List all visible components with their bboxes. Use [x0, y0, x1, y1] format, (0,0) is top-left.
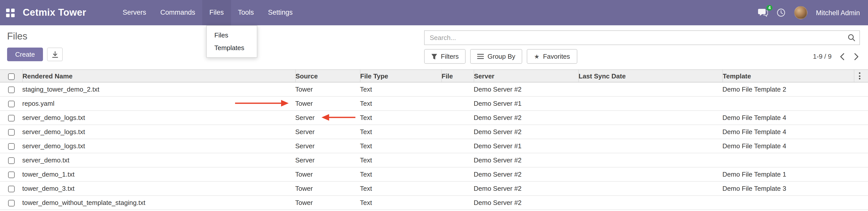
cell-last-sync-date[interactable]: [578, 139, 722, 153]
menu-tools[interactable]: Tools: [231, 0, 261, 25]
user-name[interactable]: Mitchell Admin: [816, 9, 860, 17]
cell-rendered-name[interactable]: server_demo_logs.txt: [22, 139, 295, 153]
cell-source[interactable]: Tower: [295, 96, 360, 111]
cell-file-type[interactable]: Text: [360, 125, 441, 139]
cell-file-type[interactable]: Text: [360, 111, 441, 125]
cell-file-type[interactable]: Text: [360, 167, 441, 181]
cell-file[interactable]: [441, 181, 474, 195]
cell-source[interactable]: Server: [295, 111, 360, 125]
cell-source[interactable]: Server: [295, 125, 360, 139]
table-row[interactable]: server_demo_logs.txtServerTextDemo Serve…: [0, 139, 868, 153]
cell-template[interactable]: Demo File Template 3: [722, 181, 854, 195]
search-input[interactable]: [424, 30, 860, 45]
cell-rendered-name[interactable]: tower_demo_without_template_staging.txt: [22, 195, 295, 210]
search-icon[interactable]: [848, 34, 855, 41]
cell-file-type[interactable]: Text: [360, 195, 441, 210]
cell-server[interactable]: Demo Server #2: [474, 167, 578, 181]
cell-rendered-name[interactable]: tower_demo_1.txt: [22, 167, 295, 181]
menu-files[interactable]: Files: [202, 0, 231, 25]
table-row[interactable]: staging_tower_demo_2.txtTowerTextDemo Se…: [0, 82, 868, 96]
cell-rendered-name[interactable]: tower_demo_3.txt: [22, 181, 295, 195]
cell-server[interactable]: Demo Server #2: [474, 153, 578, 167]
column-header-file-type[interactable]: File Type: [360, 69, 441, 82]
column-header-server[interactable]: Server: [474, 69, 578, 82]
cell-template[interactable]: Demo File Template 2: [722, 82, 854, 96]
table-row[interactable]: tower_demo_1.txtTowerTextDemo Server #2D…: [0, 167, 868, 181]
column-header-last-sync-date[interactable]: Last Sync Date: [578, 69, 722, 82]
cell-source[interactable]: Server: [295, 153, 360, 167]
pager-next-button[interactable]: [853, 52, 860, 61]
cell-template[interactable]: Demo File Template 4: [722, 111, 854, 125]
cell-file[interactable]: [441, 167, 474, 181]
row-checkbox[interactable]: [8, 143, 15, 150]
cell-server[interactable]: Demo Server #1: [474, 139, 578, 153]
row-checkbox[interactable]: [8, 129, 15, 135]
cell-template[interactable]: Demo File Template 1: [722, 167, 854, 181]
cell-server[interactable]: Demo Server #2: [474, 125, 578, 139]
activities-clock-icon[interactable]: [776, 8, 785, 17]
row-checkbox[interactable]: [8, 157, 15, 164]
cell-last-sync-date[interactable]: [578, 125, 722, 139]
menu-servers[interactable]: Servers: [116, 0, 153, 25]
column-header-file[interactable]: File: [441, 69, 474, 82]
user-avatar[interactable]: [794, 6, 807, 19]
cell-server[interactable]: Demo Server #2: [474, 181, 578, 195]
cell-last-sync-date[interactable]: [578, 96, 722, 111]
table-row[interactable]: tower_demo_3.txtTowerTextDemo Server #2D…: [0, 181, 868, 195]
cell-source[interactable]: Tower: [295, 82, 360, 96]
cell-last-sync-date[interactable]: [578, 195, 722, 210]
create-button[interactable]: Create: [7, 48, 43, 61]
cell-file-type[interactable]: Text: [360, 82, 441, 96]
row-checkbox[interactable]: [8, 186, 15, 192]
cell-template[interactable]: Demo File Template 4: [722, 125, 854, 139]
cell-last-sync-date[interactable]: [578, 82, 722, 96]
app-title[interactable]: Cetmix Tower: [23, 7, 86, 18]
pager-previous-button[interactable]: [839, 52, 846, 61]
table-row[interactable]: repos.yamlTowerTextDemo Server #1: [0, 96, 868, 111]
cell-server[interactable]: Demo Server #1: [474, 96, 578, 111]
row-checkbox[interactable]: [8, 200, 15, 206]
row-checkbox[interactable]: [8, 172, 15, 178]
dropdown-item-files[interactable]: Files: [207, 29, 257, 41]
cell-last-sync-date[interactable]: [578, 111, 722, 125]
cell-source[interactable]: Tower: [295, 181, 360, 195]
cell-file[interactable]: [441, 82, 474, 96]
group-by-button[interactable]: Group By: [470, 49, 523, 64]
cell-file[interactable]: [441, 111, 474, 125]
cell-file[interactable]: [441, 96, 474, 111]
cell-file-type[interactable]: Text: [360, 139, 441, 153]
select-all-checkbox[interactable]: [8, 73, 15, 80]
cell-source[interactable]: Tower: [295, 167, 360, 181]
optional-columns-icon[interactable]: [854, 72, 865, 80]
column-header-rendered-name[interactable]: Rendered Name: [22, 69, 295, 82]
cell-rendered-name[interactable]: repos.yaml: [22, 96, 295, 111]
favorites-button[interactable]: ★ Favorites: [527, 49, 577, 64]
cell-server[interactable]: Demo Server #2: [474, 195, 578, 210]
cell-template[interactable]: [722, 96, 854, 111]
cell-last-sync-date[interactable]: [578, 167, 722, 181]
cell-server[interactable]: Demo Server #2: [474, 82, 578, 96]
table-row[interactable]: server_demo_logs.txtServerTextDemo Serve…: [0, 111, 868, 125]
row-checkbox[interactable]: [8, 87, 15, 93]
cell-file[interactable]: [441, 139, 474, 153]
cell-rendered-name[interactable]: server_demo_logs.txt: [22, 111, 295, 125]
cell-template[interactable]: Demo File Template 4: [722, 139, 854, 153]
column-header-template[interactable]: Template: [722, 69, 854, 82]
menu-commands[interactable]: Commands: [153, 0, 202, 25]
dropdown-item-templates[interactable]: Templates: [207, 41, 257, 54]
table-row[interactable]: server_demo_logs.txtServerTextDemo Serve…: [0, 125, 868, 139]
cell-file[interactable]: [441, 153, 474, 167]
menu-settings[interactable]: Settings: [261, 0, 300, 25]
cell-file[interactable]: [441, 195, 474, 210]
filters-button[interactable]: Filters: [424, 49, 466, 64]
cell-rendered-name[interactable]: staging_tower_demo_2.txt: [22, 82, 295, 96]
cell-template[interactable]: [722, 153, 854, 167]
cell-server[interactable]: Demo Server #2: [474, 111, 578, 125]
column-header-source[interactable]: Source: [295, 69, 360, 82]
table-row[interactable]: tower_demo_without_template_staging.txtT…: [0, 195, 868, 210]
row-checkbox[interactable]: [8, 115, 15, 121]
table-row[interactable]: server_demo.txtServerTextDemo Server #2: [0, 153, 868, 167]
cell-rendered-name[interactable]: server_demo.txt: [22, 153, 295, 167]
row-checkbox[interactable]: [8, 101, 15, 107]
cell-file[interactable]: [441, 125, 474, 139]
